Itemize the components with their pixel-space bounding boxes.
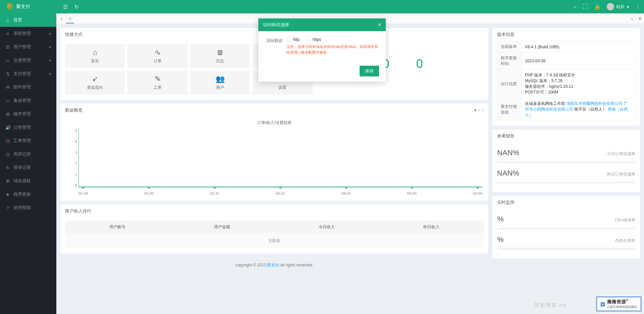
user-dropdown[interactable]: 站长 ▾: [607, 3, 629, 10]
version-table: 当前版本V8.4.1 (Build 1085) 程序更新时间2023-03-05…: [497, 41, 635, 121]
progress-bar: [497, 162, 635, 163]
tab-scroll-left[interactable]: «: [59, 16, 64, 21]
sidebar-item-5[interactable]: ✉邮件管理: [0, 80, 56, 94]
sidebar-label: 插件管理: [13, 111, 31, 117]
stat-row: %CPU使用率: [497, 212, 635, 227]
stat-label: 昨日订单完成率: [607, 172, 635, 177]
sidebar-label: 备份管理: [13, 98, 31, 104]
chevron-down-icon: ▾: [49, 59, 51, 62]
team-link-1[interactable]: 绵阳耳关明圃网络科技有限公司: [566, 101, 623, 106]
chevron-down-icon: ▾: [49, 32, 51, 36]
data-overview-panel: 数据概览 订单/收入/注册趋势 543210 03-2903-3003-3104…: [60, 104, 488, 201]
sidebar-item-1[interactable]: ≡系统管理▾: [0, 27, 56, 40]
more-icon[interactable]: ⋮: [635, 4, 641, 10]
sidebar-icon: ★: [5, 192, 10, 197]
chart-marker: [345, 187, 347, 189]
chevron-down-icon: ▾: [49, 72, 51, 76]
sidebar-label: 公告管理: [13, 124, 31, 130]
table-header: 今日收入: [274, 221, 379, 233]
tab-scroll-right[interactable]: »: [630, 16, 635, 21]
quick-item[interactable]: ➶资金流向: [65, 71, 125, 95]
form-label-protocol: 访问协议: [265, 37, 282, 44]
footer-brand-link[interactable]: 聚支付: [267, 263, 279, 267]
radio-https[interactable]: https: [306, 37, 321, 42]
sidebar-icon: ?: [5, 205, 10, 210]
refresh-icon[interactable]: ↻: [74, 4, 79, 10]
stat-label: 内存占用率: [615, 238, 635, 244]
sidebar-icon: ◳: [5, 138, 10, 143]
stat-label: CPU使用率: [615, 217, 635, 223]
quick-icon: ≣: [192, 48, 249, 56]
save-button[interactable]: 保存: [360, 66, 379, 76]
sidebar-item-6[interactable]: ▭备份管理: [0, 94, 56, 107]
sidebar-item-14[interactable]: ?使用帮助: [0, 201, 56, 214]
chevron-down-icon: ▾: [49, 45, 51, 49]
sidebar-icon: ▭: [5, 98, 10, 103]
table-header: 昨日收入: [379, 221, 484, 233]
quick-label: 订单: [129, 58, 186, 64]
close-icon[interactable]: ×: [378, 22, 381, 28]
sidebar-item-8[interactable]: 🔊公告管理: [0, 121, 56, 134]
sidebar-item-10[interactable]: ◷风控记录: [0, 147, 56, 161]
sidebar-icon: 🔊: [5, 125, 10, 130]
sidebar-item-11[interactable]: ↻登录记录: [0, 161, 56, 174]
tab-menu-icon[interactable]: ▾: [639, 15, 641, 22]
quick-item[interactable]: ≣日志: [190, 44, 250, 68]
quick-label: 工单: [129, 85, 186, 90]
chart: 543210 03-2903-3003-3104-0104-0204-0304-…: [65, 128, 484, 195]
fullscreen-icon[interactable]: ⛶: [583, 4, 588, 10]
quick-item[interactable]: ∿订单: [127, 44, 187, 68]
sidebar-label: 首页: [13, 17, 22, 23]
lock-icon[interactable]: 🔒: [594, 4, 601, 10]
site-watermark: ⧈ 撸撸资源® 白嫖互联网资源的网站: [596, 297, 641, 311]
blog-watermark: 阿影博客 htt: [534, 302, 567, 309]
sidebar-item-3[interactable]: ▭交易管理▾: [0, 54, 56, 67]
sidebar-icon: ⊞: [5, 112, 10, 117]
sidebar-item-2[interactable]: ☰用户管理▾: [0, 40, 56, 54]
sidebar-label: 邮件管理: [13, 84, 31, 90]
stat-row: %内存占用率: [497, 233, 635, 247]
quick-item[interactable]: ✎工单: [127, 71, 187, 95]
sidebar-icon: ⌂: [5, 18, 10, 23]
stat-value: NAN%: [497, 169, 519, 178]
chart-marker: [477, 187, 479, 189]
logo-icon: [7, 3, 13, 10]
sidebar-icon: ⛨: [5, 179, 10, 184]
user-name: 站长: [616, 4, 625, 10]
sidebar-icon: ◷: [5, 152, 10, 157]
sidebar-icon: ↻: [5, 165, 10, 170]
stat-label: 今日订单完成率: [607, 151, 635, 157]
sidebar-item-9[interactable]: ◳工单管理: [0, 134, 56, 147]
sidebar-item-13[interactable]: ★程序更新: [0, 188, 56, 201]
radio-http[interactable]: http: [286, 37, 300, 42]
stat-row: NAN%今日订单完成率: [497, 146, 635, 160]
quick-item[interactable]: 👥用户: [190, 71, 250, 95]
quick-title: 快捷方式: [65, 32, 83, 38]
quick-label: 首页: [66, 58, 123, 64]
rank-title: 商户收入排行: [65, 208, 91, 214]
tag-icon[interactable]: ⬨: [573, 4, 577, 10]
sidebar-item-12[interactable]: ⛨域名授权: [0, 174, 56, 188]
effect-panel: 效果报告 NAN%今日订单完成率NAN%昨日订单完成率: [492, 130, 640, 192]
chart-marker: [411, 187, 413, 189]
chevron-down-icon: ▾: [627, 4, 629, 9]
sidebar-item-7[interactable]: ⊞插件管理: [0, 107, 56, 121]
data-overview-title: 数据概览: [65, 107, 83, 113]
avatar: [607, 3, 614, 10]
quick-item[interactable]: ⌂首页: [65, 44, 125, 68]
rank-panel: 商户收入排行 用户账号用户金额今日收入昨日收入 无数据: [60, 205, 488, 254]
stat-value: NAN%: [497, 148, 519, 157]
logo[interactable]: 聚支付: [3, 3, 60, 10]
logo-text: 聚支付: [16, 4, 30, 10]
chart-marker: [214, 187, 216, 189]
sidebar-item-0[interactable]: ⌂首页: [0, 13, 56, 27]
stat-value: %: [497, 215, 504, 224]
tab-home[interactable]: ⌂: [66, 14, 74, 23]
sidebar-label: 用户管理: [13, 44, 31, 50]
progress-bar: [497, 228, 635, 229]
modal-hint: 注意：选择当前你域名的协议http还是https，后续请在系统管理->基本配置中…: [286, 44, 379, 55]
quick-label: 用户: [192, 85, 249, 90]
rank-empty: 无数据: [65, 233, 484, 248]
sidebar-item-4[interactable]: ⇅支付管理▾: [0, 67, 56, 80]
menu-toggle-icon[interactable]: ☰: [63, 4, 68, 10]
